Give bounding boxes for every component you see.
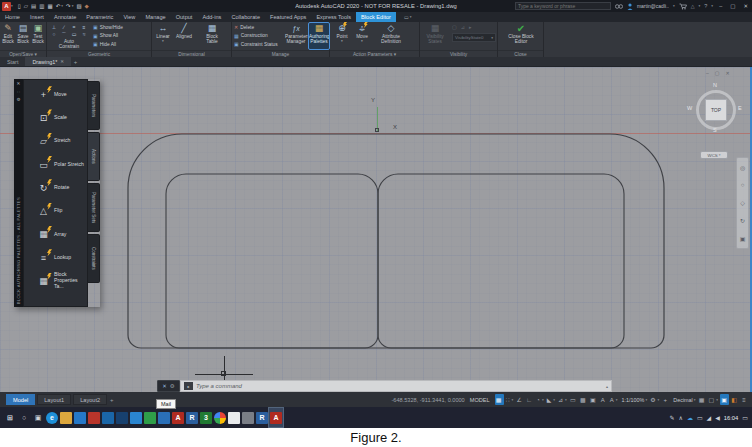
autocad-icon[interactable]: A [171,408,185,427]
new-icon[interactable]: ▯▾ [18,3,21,9]
ribbon-tab[interactable]: Add-ins [197,12,226,22]
palette-tool[interactable]: ⊡ Scale [24,106,87,129]
visibility-state-dropdown[interactable]: VisibilityState0▾ [452,33,496,42]
properties-icon[interactable]: ◆▾ [85,3,89,9]
saveas-icon[interactable]: ▥▾ [39,3,44,9]
app-red-icon[interactable] [87,408,101,427]
drawing-canvas[interactable]: Y X – ▢ ✕ N S W E TOP WCS▾ ◎○◇↻▣ [0,67,752,392]
open-icon[interactable]: ▱▾ [24,3,28,9]
navbar-tool-icon[interactable]: ↻ [740,217,745,224]
command-close-icon[interactable]: ✕ [162,383,167,389]
ribbon-tab[interactable]: View [118,12,140,22]
auto-constrain-button[interactable]: Auto Constrain [49,39,89,50]
authoring-palettes-button[interactable]: ▦ Authoring Palettes [309,23,329,49]
cortana-icon[interactable]: ○ [17,408,31,427]
palette-tool[interactable]: ▱ Stretch [24,130,87,153]
minimize-button[interactable]: – [717,3,724,9]
polar-tracking-icon[interactable]: ◔▾ [535,394,544,405]
plot-icon[interactable]: ▦▾ [47,3,52,9]
save-block-button[interactable]: ▤ Save Block [16,23,30,49]
help-icon[interactable]: ? [704,3,707,9]
navbar-tool-icon[interactable]: ◇ [740,199,745,206]
palette-tab[interactable]: Actions [88,132,100,181]
osnap-icon[interactable]: ⊿▾ [557,394,568,405]
parameters-manager-button[interactable]: ƒx Parameters Manager [285,23,307,49]
command-history-icon[interactable]: ▴ [606,384,608,389]
viewcube-west[interactable]: W [687,105,692,111]
palette-properties-icon[interactable]: ⚙ [16,97,20,102]
explorer-icon[interactable] [59,408,73,427]
constraint-icon[interactable]: = [69,24,79,31]
annotation-visibility-icon[interactable]: A▾ [599,394,608,405]
layout-tab[interactable]: Model [6,394,35,405]
wcs-dropdown[interactable]: WCS▾ [700,151,728,159]
hide-all-button[interactable]: ▣Hide All [93,40,116,48]
ribbon-display-toggle[interactable]: ▭▾ [404,12,412,22]
file-tab-start[interactable]: Start [0,57,25,66]
palette-tool[interactable]: ▦ Array [24,223,87,246]
palette-tool[interactable]: ≡ Lookup [24,246,87,269]
block-table-button[interactable]: ▦ Block Table [198,23,226,49]
selection-cycling-icon[interactable]: ▣▾ [589,394,598,405]
palette-tool[interactable]: + Move [24,83,87,106]
taskview-icon[interactable]: ▣ [31,408,45,427]
chrome-icon[interactable] [213,408,227,427]
app-gray-icon[interactable] [241,408,255,427]
palette-close-icon[interactable]: ✕ [17,81,21,86]
constraint-icon[interactable]: ≈ [79,31,89,38]
show-all-button[interactable]: ▣Show All [93,32,118,40]
graphics-performance-icon[interactable]: ▣▾ [720,394,729,405]
constraint-icon[interactable]: ▭ [69,31,79,38]
palette-tab[interactable]: Parameters [88,81,100,130]
linear-button[interactable]: ↔ Linear ▾ [154,23,172,49]
vp-minimize-icon[interactable]: – [706,70,709,76]
palette-tab[interactable]: Parameter Sets [88,183,100,232]
constraint-icon[interactable]: ○ [49,31,59,38]
command-input-field[interactable]: ▸ Type a command ▴ [180,380,612,392]
viewcube-north[interactable]: N [713,82,717,88]
ribbon-tab[interactable]: Home [0,12,25,22]
new-layout-button[interactable]: + [107,397,117,403]
snap-icon[interactable]: ∷▾ [505,394,515,405]
clean-screen-icon[interactable]: ≡▾ [740,394,749,405]
ribbon-tab[interactable]: Insert [25,12,49,22]
search-input[interactable] [516,3,610,9]
isodraft-icon[interactable]: ◣▾ [546,394,556,405]
aligned-button[interactable]: ╱ Aligned [174,23,194,49]
save-icon[interactable]: ▤▾ [31,3,36,9]
visibility-states-button[interactable]: ▦ Visibility States [422,23,448,49]
constraint-icon[interactable]: ⌒ [59,31,69,38]
edit-block-button[interactable]: ✎ Edit Block [1,23,15,49]
network-icon[interactable]: ◢ [707,414,712,421]
palette-tool[interactable]: △ Flip [24,199,87,222]
help-search-box[interactable] [515,2,611,10]
point-button[interactable]: ⊕ Point ▾ [334,23,350,49]
viewcube-top-face[interactable]: TOP [705,99,727,121]
palette-autohide-icon[interactable]: ⇔ [16,89,21,94]
show-hide-button[interactable]: ▣Show/Hide [93,23,123,31]
edge-icon[interactable]: e [45,408,59,427]
command-customize-icon[interactable]: ⚙ [170,383,175,389]
grid-icon[interactable]: ▦▾ [495,394,504,405]
viewcube-south[interactable]: S [713,127,717,133]
constraint-icon[interactable]: ≡ [79,24,89,31]
quick-properties-icon[interactable]: ▦▾ [698,394,707,405]
ribbon-tab[interactable]: Collaborate [226,12,265,22]
clock[interactable]: 16:04 [724,415,739,421]
sheetset-icon[interactable]: ▧▾ [76,3,81,9]
ribbon-tab[interactable]: Featured Apps [265,12,311,22]
palette-title-bar[interactable]: ✕ ⇔ ⚙ BLOCK AUTHORING PALETTES - ALL PAL… [14,79,23,307]
action-center-icon[interactable]: ▭ [742,414,748,421]
ink-icon[interactable]: ✎ [669,414,674,421]
store-icon[interactable] [73,408,87,427]
workspace-icon[interactable]: ⚙▾ [649,394,660,405]
transparency-icon[interactable]: ▩▾ [579,394,588,405]
revit2-icon[interactable]: R [255,408,269,427]
ribbon-tab[interactable]: Express Tools [311,12,356,22]
test-block-button[interactable]: ▣ Test Block [31,23,45,49]
model-space-label[interactable]: MODEL [470,397,490,403]
isolate-objects-icon[interactable]: ◧▾ [730,394,739,405]
vp-restore-icon[interactable]: ▢ [715,70,720,76]
ribbon-tab[interactable]: Annotate [49,12,81,22]
vp-close-icon[interactable]: ✕ [726,70,730,76]
